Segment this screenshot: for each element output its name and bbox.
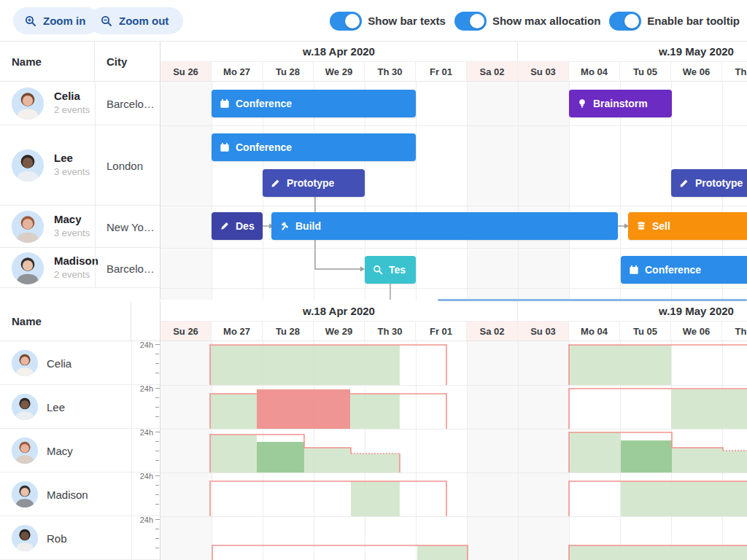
scale-tick (155, 504, 159, 505)
resource-row-madison[interactable]: Madison2 eventsBarcelo… (0, 248, 160, 288)
scale-tick (155, 485, 159, 486)
event-bar-brainstorm[interactable]: Brainstorm (569, 90, 672, 117)
hammer-icon (279, 221, 290, 231)
histogram-row-rob[interactable]: Rob24h (0, 516, 160, 560)
event-bar-conference[interactable]: Conference (212, 133, 416, 161)
scale-tick (155, 460, 159, 461)
event-label: Conference (236, 141, 292, 153)
resource-name: Celia (54, 90, 80, 102)
scheduler-app: Zoom in Zoom out Show bar textsShow max … (0, 0, 747, 560)
day-header-cell: Su 26 (160, 322, 212, 341)
avatar (12, 394, 38, 420)
resource-row-lee[interactable]: Lee3 eventsLondon (0, 125, 160, 206)
resource-name: Celia (47, 357, 71, 370)
scale-column-header (131, 301, 160, 341)
resource-event-count: 2 events (54, 269, 90, 280)
day-header-cell: Tu 05 (620, 322, 671, 341)
histogram-row-celia[interactable]: Celia24h (0, 341, 160, 385)
toggle-label: Enable bar tooltip (647, 15, 740, 27)
header-timeline: w.18 Apr 2020w.19 May 2020Su 26Mo 27Tu 2… (160, 301, 747, 341)
scale-tick (155, 451, 159, 451)
cell-divider (131, 472, 132, 516)
histogram-row-macy[interactable]: Macy24h (0, 429, 160, 472)
scale-tick (155, 407, 159, 408)
event-bar-sell[interactable]: Sell (628, 212, 747, 240)
resource-row-macy[interactable]: Macy3 eventsNew Yo… (0, 206, 160, 248)
day-header-cell: Su 03 (518, 322, 569, 341)
scale-24h-label: 24h (134, 341, 153, 349)
resource-name: Madison (47, 489, 88, 501)
pencil-icon (271, 178, 281, 188)
scale-tick (155, 397, 159, 398)
event-bar-prototype[interactable]: Prototype (263, 169, 365, 197)
coins-icon (636, 221, 646, 231)
cell-divider (131, 341, 132, 385)
frozen-column-divider (160, 42, 160, 300)
magnifier-plus-icon (25, 15, 36, 27)
column-header-name[interactable]: Name (0, 42, 95, 82)
scale-tick (155, 441, 159, 442)
histogram-row-lee[interactable]: Lee24h (0, 385, 160, 429)
day-header-cell: Su 03 (518, 62, 569, 82)
event-label: Des (236, 220, 255, 232)
allocation-histogram-rob (160, 516, 747, 560)
allocation-histogram-madison (160, 472, 747, 516)
event-bar-build[interactable]: Build (271, 212, 618, 240)
toggle-wrap-0: Show bar texts (330, 12, 446, 31)
event-bar-conference[interactable]: Conference (621, 256, 747, 284)
toggle-show-bar-texts[interactable] (330, 12, 362, 31)
toggle-label: Show bar texts (368, 15, 446, 27)
day-header-cell: Th 30 (365, 322, 416, 341)
zoom-out-button[interactable]: Zoom out (89, 7, 183, 34)
cell-divider (131, 385, 132, 429)
zoom-in-button[interactable]: Zoom in (13, 7, 100, 34)
event-bar-conference[interactable]: Conference (212, 90, 416, 117)
scale-tick (155, 529, 159, 529)
toggle-knob (345, 14, 360, 28)
avatar (12, 252, 44, 284)
frozen-column-divider-bottom (160, 301, 160, 560)
avatar (12, 149, 44, 182)
avatar (12, 88, 44, 120)
scale-24h-label: 24h (134, 384, 153, 393)
toggle-show-max-allocation[interactable] (454, 12, 487, 31)
day-header-cell: We 06 (671, 322, 722, 341)
day-header-cell: Mo 04 (569, 62, 620, 82)
event-bar-tes[interactable]: Tes (365, 256, 416, 284)
column-header-city[interactable]: City (95, 42, 160, 82)
scheduler-timeline: ConferenceBrainstormConferencePrototypeP… (160, 82, 747, 300)
event-bar-des[interactable]: Des (212, 212, 263, 240)
toggle-wrap-2: Enable bar tooltip (609, 12, 740, 31)
toggle-enable-bar-tooltip[interactable] (609, 12, 641, 31)
day-header-cell: Sa 02 (467, 62, 518, 82)
scale-tick (155, 416, 159, 417)
day-header-cell: Th 30 (365, 62, 416, 82)
resource-city: London (107, 160, 159, 172)
toggle-knob (470, 14, 484, 28)
week-header-cell: w.18 Apr 2020 (160, 301, 518, 322)
day-header-cell: Mo 27 (212, 322, 263, 341)
histogram-row-madison[interactable]: Madison24h (0, 472, 160, 516)
resource-name: Rob (47, 532, 67, 545)
calendar-icon (220, 98, 230, 109)
avatar (12, 211, 44, 243)
calendar-icon (220, 142, 230, 152)
resource-row-celia[interactable]: Celia2 eventsBarcelo… (0, 82, 160, 125)
allocation-histogram-macy (160, 429, 747, 472)
day-header-cell: We 29 (314, 322, 365, 341)
day-header-cell: We 06 (671, 62, 722, 82)
pen-icon (220, 221, 230, 231)
cell-divider (131, 429, 132, 472)
column-header-name[interactable]: Name (0, 301, 131, 341)
scale-tick (155, 363, 159, 364)
toolbar: Zoom in Zoom out Show bar textsShow max … (0, 0, 747, 42)
week-header-cell: w.18 Apr 2020 (160, 42, 518, 62)
resource-name: Lee (47, 401, 65, 413)
search-icon (373, 265, 383, 275)
event-bar-prototype[interactable]: Prototype (671, 169, 747, 197)
allocation-histogram-celia (160, 341, 747, 385)
week-header-cell: w.19 May 2020 (518, 42, 747, 62)
day-header-cell: Fr 01 (416, 62, 467, 82)
event-label: Prototype (287, 177, 334, 189)
day-header-cell: Mo 27 (212, 62, 263, 82)
